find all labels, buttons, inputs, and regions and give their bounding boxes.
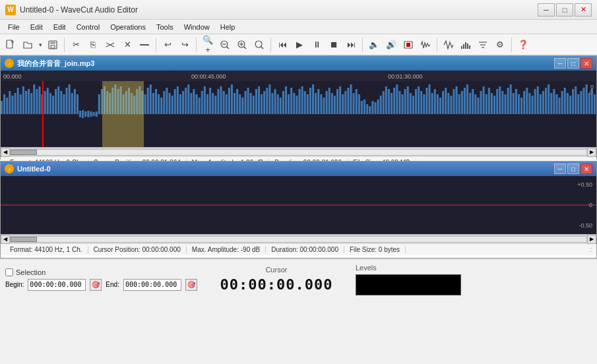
svg-rect-174 xyxy=(396,84,398,114)
svg-rect-97 xyxy=(187,84,189,114)
cut-button[interactable]: ✂ xyxy=(68,37,84,53)
new-button[interactable] xyxy=(3,37,18,53)
pause-button[interactable]: ⏸ xyxy=(309,37,325,53)
zoom-reset-button[interactable] xyxy=(251,37,267,53)
cursor-section: Cursor 00:00:00.000 xyxy=(210,266,342,293)
svg-rect-165 xyxy=(371,101,373,114)
svg-rect-195 xyxy=(453,89,455,114)
doc-win-controls-2: ─ □ ✕ xyxy=(554,164,592,174)
selection-checkbox[interactable] xyxy=(5,268,13,276)
spectrum-button[interactable] xyxy=(458,37,474,53)
svg-rect-148 xyxy=(326,91,328,114)
svg-rect-196 xyxy=(456,86,458,114)
h-scrollbar-1: ◀ ▶ xyxy=(1,147,596,156)
menu-window[interactable]: Window xyxy=(179,20,215,34)
svg-rect-86 xyxy=(158,94,160,114)
svg-rect-53 xyxy=(69,84,71,114)
svg-rect-106 xyxy=(212,93,214,114)
waveform-2[interactable]: +0.50 0 -0.50 xyxy=(1,176,596,234)
svg-rect-183 xyxy=(420,91,422,114)
end-input[interactable] xyxy=(123,279,181,291)
menu-help[interactable]: Help xyxy=(215,20,241,34)
svg-rect-161 xyxy=(361,101,363,114)
scroll-left-btn-2[interactable]: ◀ xyxy=(1,235,10,244)
scroll-track-1[interactable] xyxy=(10,149,587,156)
menu-control[interactable]: Control xyxy=(71,20,105,34)
scroll-right-btn-2[interactable]: ▶ xyxy=(587,235,596,244)
trim-button[interactable] xyxy=(102,37,118,53)
end-pick-button[interactable]: 🎯 xyxy=(185,279,197,291)
app-title: Untitled-0 - WaveCut Audio Editor xyxy=(20,5,138,15)
scroll-track-2[interactable] xyxy=(10,236,587,243)
svg-line-11 xyxy=(244,46,247,49)
copy-button[interactable]: ⎘ xyxy=(85,37,101,53)
svg-rect-208 xyxy=(488,88,490,114)
settings-button[interactable]: ⚙ xyxy=(492,37,508,53)
svg-rect-48 xyxy=(55,89,57,114)
open-button[interactable] xyxy=(20,37,36,53)
undo-button[interactable]: ↩ xyxy=(160,37,175,53)
doc-maximize-2[interactable]: □ xyxy=(567,164,579,174)
zoom-fit-button[interactable] xyxy=(234,37,250,53)
menu-edit2[interactable]: Edit xyxy=(48,20,71,34)
waveform-1[interactable]: // This won't run in SVG; using static r… xyxy=(1,81,596,147)
delete-button[interactable]: ✕ xyxy=(119,37,135,53)
minimize-button[interactable]: ─ xyxy=(538,3,555,16)
menu-tools[interactable]: Tools xyxy=(151,20,179,34)
svg-rect-118 xyxy=(244,91,246,114)
doc-window-1: ♪ 我的合并音音_join.mp3 ─ □ ✕ 00.000 00:00:45.… xyxy=(0,55,597,160)
doc-maximize-1[interactable]: □ xyxy=(567,58,579,69)
play-button[interactable]: ▶ xyxy=(292,37,307,53)
silence-button[interactable] xyxy=(137,37,152,53)
waveform-button[interactable] xyxy=(418,37,433,53)
save-button[interactable] xyxy=(45,37,61,53)
svg-rect-190 xyxy=(439,98,441,114)
svg-rect-221 xyxy=(523,91,525,114)
svg-rect-104 xyxy=(206,94,208,114)
stop-button[interactable]: ⏹ xyxy=(326,37,342,53)
vol-up-button[interactable]: 🔊 xyxy=(383,37,399,53)
doc-close-1[interactable]: ✕ xyxy=(581,58,592,69)
svg-rect-108 xyxy=(217,89,219,114)
normalize-button[interactable] xyxy=(441,37,456,53)
svg-rect-235 xyxy=(561,91,563,114)
svg-rect-138 xyxy=(299,89,301,114)
goto-start-button[interactable]: ⏮ xyxy=(274,37,290,53)
svg-rect-132 xyxy=(282,91,284,114)
goto-end-button[interactable]: ⏭ xyxy=(343,37,359,53)
help-button[interactable]: ❓ xyxy=(515,37,531,53)
redo-button[interactable]: ↪ xyxy=(177,37,193,53)
svg-rect-100 xyxy=(196,94,198,114)
doc-minimize-1[interactable]: ─ xyxy=(554,58,566,69)
menu-operations[interactable]: Operations xyxy=(105,20,151,34)
vol-down-button[interactable]: 🔈 xyxy=(366,37,382,53)
svg-rect-222 xyxy=(526,88,528,114)
close-button[interactable]: ✕ xyxy=(575,3,592,16)
menu-edit[interactable]: Edit xyxy=(25,20,48,34)
svg-rect-181 xyxy=(415,89,417,114)
scroll-left-btn-1[interactable]: ◀ xyxy=(1,148,10,157)
zoom-in-button[interactable]: 🔍+ xyxy=(200,37,216,53)
svg-rect-83 xyxy=(150,84,152,114)
svg-rect-173 xyxy=(393,88,395,114)
filter-button[interactable] xyxy=(475,37,491,53)
record-button[interactable] xyxy=(400,37,416,53)
scroll-thumb-2[interactable] xyxy=(11,237,37,242)
svg-rect-96 xyxy=(185,88,187,114)
doc-close-2[interactable]: ✕ xyxy=(581,164,592,174)
doc-minimize-2[interactable]: ─ xyxy=(554,164,566,174)
scroll-thumb-1[interactable] xyxy=(11,150,37,155)
svg-rect-56 xyxy=(77,94,79,114)
begin-pick-button[interactable]: 🎯 xyxy=(90,279,102,291)
svg-rect-189 xyxy=(437,94,439,114)
begin-input[interactable] xyxy=(28,279,86,291)
svg-rect-187 xyxy=(431,93,433,114)
scroll-right-btn-1[interactable]: ▶ xyxy=(587,148,596,157)
svg-rect-204 xyxy=(477,98,479,114)
save-dropdown-button[interactable]: ▾ xyxy=(37,37,44,53)
svg-rect-178 xyxy=(407,86,409,114)
menu-file[interactable]: File xyxy=(3,20,25,34)
svg-rect-103 xyxy=(204,86,206,114)
maximize-button[interactable]: □ xyxy=(556,3,573,16)
zoom-out-button[interactable] xyxy=(217,37,233,53)
